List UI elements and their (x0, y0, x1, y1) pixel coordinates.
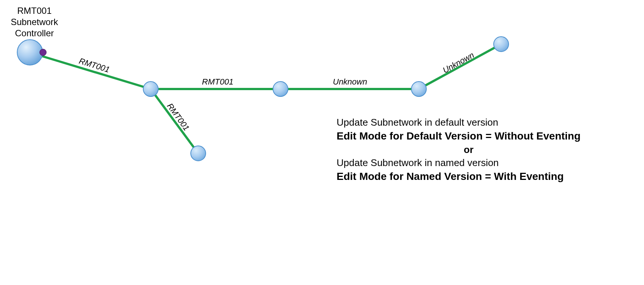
caption-block: Update Subnetwork in default version Edi… (337, 116, 643, 184)
controller-label-line1: RMT001 (17, 6, 52, 16)
node-4 (494, 37, 509, 52)
controller-label-line3: Controller (15, 28, 54, 38)
edge-n1-n5 (151, 89, 198, 153)
edge-label-4: Unknown (333, 77, 367, 87)
node-3 (411, 82, 426, 96)
node-5 (191, 146, 206, 161)
caption-or: or (464, 143, 643, 156)
caption-line-2: Edit Mode for Default Version = Without … (337, 129, 643, 143)
node-1 (143, 82, 158, 96)
caption-line-4: Edit Mode for Named Version = With Event… (337, 169, 643, 184)
caption-line-3: Update Subnetwork in named version (337, 156, 643, 169)
edge-label-2: RMT001 (202, 77, 233, 87)
node-controller (17, 40, 43, 65)
controller-dot-icon (40, 49, 46, 56)
controller-label: RMT001 Subnetwork Controller (4, 5, 64, 39)
network-diagram: RMT001 Subnetwork Controller RMT001 RMT0… (0, 0, 644, 285)
node-2 (273, 82, 288, 96)
caption-line-1: Update Subnetwork in default version (337, 116, 643, 129)
controller-label-line2: Subnetwork (11, 17, 58, 27)
